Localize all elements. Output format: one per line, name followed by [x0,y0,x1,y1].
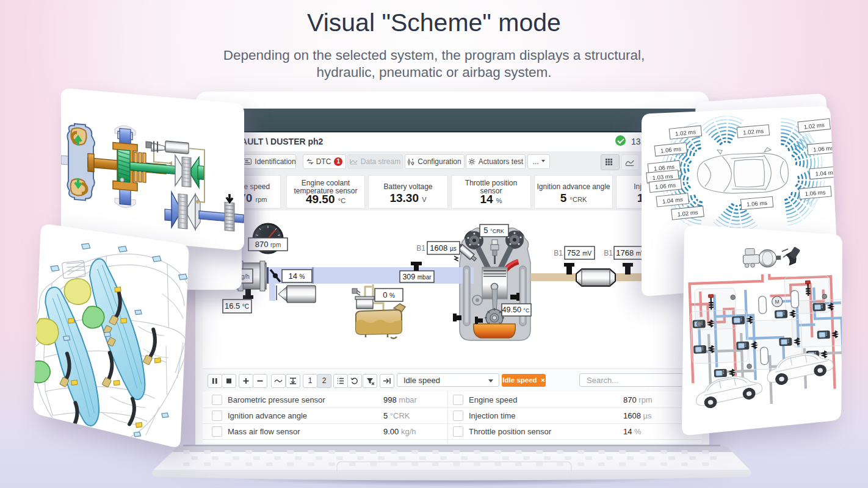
svg-text:B1: B1 [604,249,613,257]
svg-text:1608 µs: 1608 µs [430,243,456,253]
svg-text:49.50 °C: 49.50 °C [502,306,530,314]
svg-text:B1: B1 [416,244,425,253]
svg-text:752 mV: 752 mV [567,248,592,257]
svg-text:870 rpm: 870 rpm [255,240,281,249]
svg-text:14 %: 14 % [289,271,305,281]
svg-text:B1: B1 [554,249,563,257]
svg-text:16.5 °C: 16.5 °C [225,301,249,310]
svg-text:0 %: 0 % [383,290,395,300]
svg-text:M: M [775,299,779,305]
svg-text:309 mbar: 309 mbar [402,273,432,281]
